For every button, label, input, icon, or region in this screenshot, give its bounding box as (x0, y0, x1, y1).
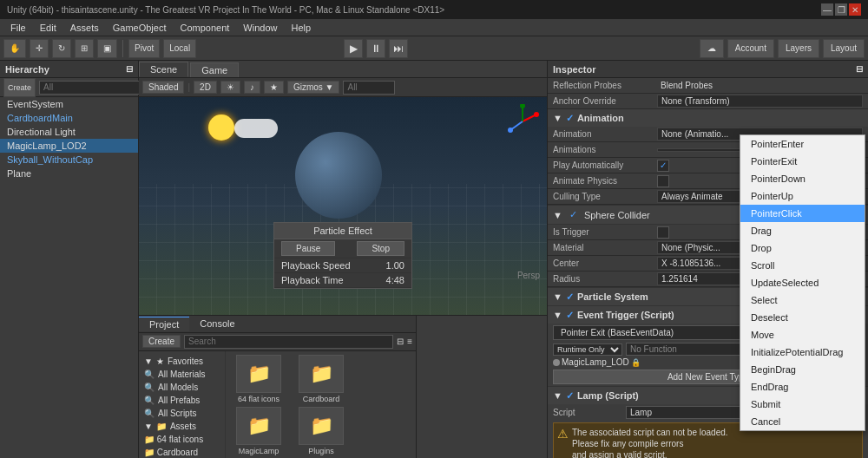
hierarchy-item-plane[interactable]: Plane (0, 167, 138, 180)
toolbar-right: ☁ Account Layers Layout (700, 39, 865, 58)
svg-point-5 (508, 128, 513, 133)
scene-toolbar: Shaded | 2D ☀ ♪ ★ Gizmos ▼ (139, 78, 547, 97)
close-button[interactable]: ✕ (849, 3, 861, 16)
dropdown-deselect[interactable]: Deselect (740, 309, 865, 326)
tree-all-scripts[interactable]: 🔍 All Scripts (139, 407, 225, 420)
move-tool-button[interactable]: ✛ (30, 39, 49, 58)
hierarchy-create-button[interactable]: Create (3, 78, 36, 97)
local-button[interactable]: Local (163, 39, 196, 58)
scale-tool-button[interactable]: ⊞ (75, 39, 94, 58)
runtime-only-select[interactable]: Runtime Only (553, 344, 622, 356)
dropdown-pointer-click[interactable]: PointerClick (740, 205, 865, 222)
2d-button[interactable]: 2D (194, 81, 217, 94)
dropdown-initialize-potential-drag[interactable]: InitializePotentialDrag (740, 344, 865, 361)
tab-scene[interactable]: Scene (139, 62, 188, 77)
obj-ref-label: MagicLamp_LOD (562, 357, 629, 367)
tree-all-models[interactable]: 🔍 All Models (139, 381, 225, 394)
bottom-panels: Project Console Create ⊟ ≡ ▼ ★ Favorites (139, 315, 547, 458)
hierarchy-item-dirlight[interactable]: Directional Light (0, 125, 138, 139)
dropdown-move[interactable]: Move (740, 326, 865, 344)
tree-assets[interactable]: ▼ 📁 Assets (139, 420, 225, 433)
asset-cardboard[interactable]: 📁 Cardboard (292, 355, 351, 403)
dropdown-pointer-exit[interactable]: PointerExit (740, 153, 865, 170)
tree-favorites[interactable]: ▼ ★ Favorites (139, 355, 225, 368)
pivot-button[interactable]: Pivot (128, 39, 160, 58)
account-button[interactable]: Account (727, 39, 774, 58)
scene-search-input[interactable] (343, 81, 395, 95)
maximize-button[interactable]: ❐ (835, 3, 847, 16)
dropdown-drop[interactable]: Drop (740, 239, 865, 257)
menu-window[interactable]: Window (236, 19, 284, 36)
dropdown-scroll[interactable]: Scroll (740, 257, 865, 274)
assets-content: ▼ ★ Favorites 🔍 All Materials 🔍 All Mode… (139, 351, 416, 458)
menu-help[interactable]: Help (284, 19, 318, 36)
persp-label: Persp (517, 271, 540, 280)
tree-64flat[interactable]: 📁 64 flat icons (139, 433, 225, 446)
project-create-button[interactable]: Create (142, 335, 181, 348)
step-button[interactable]: ⏭ (389, 39, 408, 58)
asset-64flat[interactable]: 📁 64 flat icons (229, 355, 288, 403)
menu-edit[interactable]: Edit (33, 19, 63, 36)
dropdown-select[interactable]: Select (740, 291, 865, 309)
reflection-probes-label: Reflection Probes (553, 81, 657, 90)
event-trigger-label: Event Trigger (Script) (577, 310, 674, 320)
dropdown-pointer-up[interactable]: PointerUp (740, 187, 865, 205)
dropdown-cancel[interactable]: Cancel (740, 413, 865, 430)
particle-pause-button[interactable]: Pause (281, 241, 335, 256)
tab-game[interactable]: Game (190, 62, 239, 77)
menu-gameobject[interactable]: GameObject (106, 19, 174, 36)
assets-grid: 📁 64 flat icons 📁 Cardboard 📁 MagicLamp (226, 351, 416, 458)
tab-project[interactable]: Project (139, 317, 189, 331)
fx-button[interactable]: ★ (264, 81, 284, 94)
svg-point-3 (534, 112, 539, 117)
asset-magiclamp[interactable]: 📁 MagicLamp (229, 407, 288, 455)
dropdown-pointer-enter[interactable]: PointerEnter (740, 135, 865, 153)
tree-cardboard[interactable]: 📁 Cardboard (139, 446, 225, 458)
dropdown-submit[interactable]: Submit (740, 396, 865, 413)
particle-stop-button[interactable]: Stop (357, 241, 404, 256)
search-icon-4: 🔍 (144, 409, 155, 418)
dropdown-begin-drag[interactable]: BeginDrag (740, 361, 865, 378)
asset-plugins[interactable]: 📁 Plugins (292, 407, 351, 455)
menu-component[interactable]: Component (173, 19, 236, 36)
scene-view[interactable]: Persp Particle Effect Pause Stop Playbac… (139, 97, 547, 315)
shading-button[interactable]: Shaded (142, 81, 184, 94)
rect-tool-button[interactable]: ▣ (97, 39, 117, 58)
project-icon2: ≡ (407, 337, 412, 346)
menu-file[interactable]: File (3, 19, 33, 36)
menu-assets[interactable]: Assets (63, 19, 106, 36)
animate-physics-checkbox[interactable] (657, 175, 669, 187)
dropdown-pointer-down[interactable]: PointerDown (740, 170, 865, 187)
tab-console[interactable]: Console (189, 317, 245, 330)
minimize-button[interactable]: — (821, 3, 833, 16)
dropdown-update-selected[interactable]: UpdateSelected (740, 274, 865, 291)
tree-all-prefabs[interactable]: 🔍 All Prefabs (139, 394, 225, 407)
gizmos-button[interactable]: Gizmos ▼ (287, 81, 340, 94)
playback-time-label: Playback Time (281, 275, 344, 285)
rotate-tool-button[interactable]: ↻ (52, 39, 71, 58)
play-button[interactable]: ▶ (344, 39, 363, 58)
animation-section-header[interactable]: ▼ ✓ Animation (548, 109, 868, 127)
is-trigger-checkbox[interactable] (657, 226, 669, 239)
toolbar: ✋ ✛ ↻ ⊞ ▣ Pivot Local ▶ ⏸ ⏭ ☁ Account La… (0, 36, 868, 61)
hierarchy-item-eventsystem[interactable]: EventSystem (0, 97, 138, 111)
lamp-check: ✓ (566, 390, 574, 402)
play-auto-checkbox[interactable]: ✓ (657, 160, 669, 172)
project-console-panel: Project Console Create ⊟ ≡ ▼ ★ Favorites (139, 316, 417, 458)
hierarchy-item-cardboardmain[interactable]: CardboardMain (0, 111, 138, 125)
dropdown-end-drag[interactable]: EndDrag (740, 378, 865, 396)
tree-all-materials[interactable]: 🔍 All Materials (139, 368, 225, 381)
hand-tool-button[interactable]: ✋ (3, 39, 26, 58)
lights-button[interactable]: ☀ (220, 81, 240, 94)
hierarchy-item-skyball[interactable]: Skyball_WithoutCap (0, 153, 138, 167)
project-search-input[interactable] (184, 335, 393, 349)
audio-button[interactable]: ♪ (244, 81, 260, 94)
layers-button[interactable]: Layers (778, 39, 819, 58)
hierarchy-item-magiclamp[interactable]: MagicLamp_LOD2 (0, 139, 138, 153)
pause-button[interactable]: ⏸ (366, 39, 385, 58)
titlebar-controls: — ❐ ✕ (821, 3, 861, 16)
layout-button[interactable]: Layout (823, 39, 865, 58)
cloud-button[interactable]: ☁ (700, 39, 724, 58)
reflection-probes-row: Reflection Probes Blend Probes (548, 78, 868, 94)
dropdown-drag[interactable]: Drag (740, 222, 865, 239)
